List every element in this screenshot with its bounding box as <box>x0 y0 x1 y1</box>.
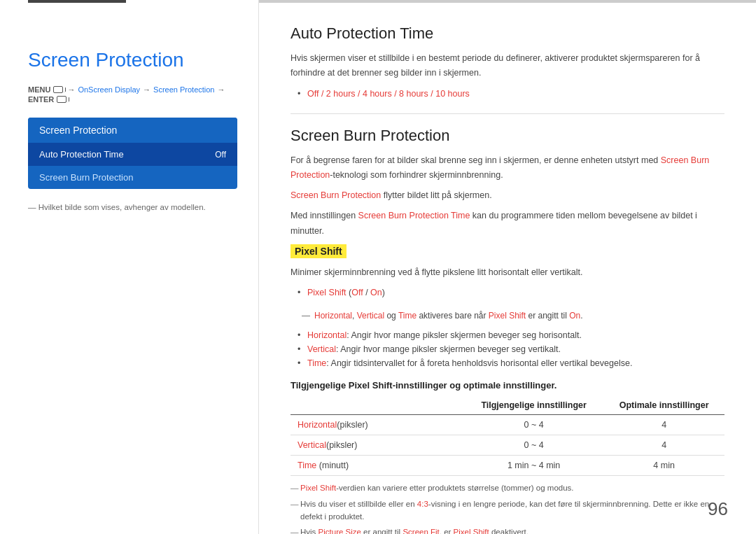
section2-link2: Screen Burn Protection <box>290 190 381 200</box>
page-container: Screen Protection MENU → OnScreen Displa… <box>0 0 756 534</box>
row3-optimal: 4 min <box>603 456 724 476</box>
footnote3-link3: Pixel Shift <box>454 528 489 534</box>
nav-item-screen-burn-label: Screen Burn Protection <box>39 172 133 183</box>
section-divider <box>290 113 724 114</box>
footnote3-link1: Picture Size <box>318 528 361 534</box>
menu-arrow3: → <box>217 85 225 94</box>
nav-item-screen-burn[interactable]: Screen Burn Protection <box>28 166 237 189</box>
footnote1: Pixel Shift-verdien kan variere etter pr… <box>290 482 724 494</box>
top-line-decoration <box>28 0 126 3</box>
section1-options-list: Off / 2 hours / 4 hours / 8 hours / 10 h… <box>298 87 724 101</box>
table-header: Tilgjengelige Pixel Shift-innstillinger … <box>290 380 724 391</box>
section1-desc: Hvis skjermen viser et stillbilde i en b… <box>290 51 724 81</box>
sub1-on: On <box>569 311 580 321</box>
bullet2-horizontal: Horizontal <box>307 330 346 340</box>
pixel-shift-highlight: Pixel Shift <box>290 244 346 258</box>
pixel-shift-on: On <box>370 288 382 297</box>
pixel-shift-label: Pixel Shift <box>307 288 346 297</box>
menu-item-onscreen: OnScreen Display <box>78 85 140 94</box>
page-title: Screen Protection <box>28 49 237 71</box>
menu-enter-icon <box>57 96 66 103</box>
table-header-row: Tilgjengelige innstillinger Optimale inn… <box>290 396 724 415</box>
col1-header <box>290 396 464 415</box>
row3-label-link: Time <box>298 461 316 470</box>
pixel-table: Tilgjengelige innstillinger Optimale inn… <box>290 396 724 476</box>
section2-desc1: For å begrense faren for at bilder skal … <box>290 153 724 183</box>
row2-optimal: 4 <box>603 435 724 456</box>
pixel-shift-item1: Pixel Shift (Off / On) <box>298 286 724 300</box>
menu-keyword: MENU <box>28 85 50 94</box>
section2-title: Screen Burn Protection <box>290 127 724 145</box>
nav-item-auto-protection[interactable]: Auto Protection Time Off <box>28 143 237 166</box>
pixel-shift-item2: Horizontal: Angir hvor mange piksler skj… <box>298 328 724 342</box>
row1-label-link: Horizontal <box>298 420 337 430</box>
pixel-shift-list: Pixel Shift (Off / On) <box>298 286 724 300</box>
row2-label-link: Vertical <box>298 440 326 450</box>
pixel-table-section: Tilgjengelige Pixel Shift-innstillinger … <box>290 380 724 534</box>
section2-desc3: Med innstillingen Screen Burn Protection… <box>290 209 724 239</box>
section2-link3: Screen Burn Protection Time <box>358 211 470 220</box>
left-note: Hvilket bilde som vises, avhenger av mod… <box>28 203 237 211</box>
section1-options-text: Off / 2 hours / 4 hours / 8 hours / 10 h… <box>307 89 470 99</box>
menu-enter: ENTER <box>28 95 54 104</box>
row1-range: 0 ~ 4 <box>464 415 603 435</box>
section1-title: Auto Protection Time <box>290 24 724 43</box>
row2-range: 0 ~ 4 <box>464 435 603 456</box>
row3-range: 1 min ~ 4 min <box>464 456 603 476</box>
left-panel: Screen Protection MENU → OnScreen Displa… <box>0 0 259 534</box>
row2-label: Vertical(piksler) <box>290 435 464 456</box>
footnotes: Pixel Shift-verdien kan variere etter pr… <box>290 482 724 534</box>
section2-desc2: Screen Burn Protection flytter bildet li… <box>290 188 724 203</box>
footnote2: Hvis du viser et stillbilde eller en 4:3… <box>290 498 724 524</box>
page-number: 96 <box>708 498 728 520</box>
row3-label: Time (minutt) <box>290 456 464 476</box>
pixel-shift-sub-list: Horizontal, Vertical og Time aktiveres b… <box>302 309 724 323</box>
pixel-shift-item4: Time: Angir tidsintervallet for å foreta… <box>298 356 724 370</box>
right-top-line <box>259 0 756 3</box>
nav-item-auto-protection-label: Auto Protection Time <box>39 149 124 160</box>
footnote3-link2: Screen Fit <box>402 528 439 534</box>
section1-options-item: Off / 2 hours / 4 hours / 8 hours / 10 h… <box>298 87 724 101</box>
footnote1-link: Pixel Shift <box>300 484 336 492</box>
pixel-shift-sub1: Horizontal, Vertical og Time aktiveres b… <box>302 309 724 323</box>
table-row-time: Time (minutt) 1 min ~ 4 min 4 min <box>290 456 724 476</box>
sub1-vertical: Vertical <box>357 311 384 321</box>
right-panel: Auto Protection Time Hvis skjermen viser… <box>259 0 756 534</box>
pixel-shift-item3: Vertical: Angir hvor mange piksler skjer… <box>298 342 724 356</box>
table-row-vertical: Vertical(piksler) 0 ~ 4 4 <box>290 435 724 456</box>
sub1-pixel-shift: Pixel Shift <box>489 311 526 321</box>
pixel-shift-off: Off <box>351 288 363 297</box>
sub1-horizontal: Horizontal <box>314 311 352 321</box>
col3-header: Optimale innstillinger <box>603 396 724 415</box>
nav-item-auto-protection-value: Off <box>215 150 226 160</box>
section2-link1: Screen Burn Protection <box>290 155 709 180</box>
menu-arrow2: → <box>143 85 150 94</box>
pixel-shift-list2: Horizontal: Angir hvor mange piksler skj… <box>298 328 724 370</box>
row1-optimal: 4 <box>603 415 724 435</box>
nav-box-title: Screen Protection <box>28 118 237 143</box>
sub1-time: Time <box>398 311 416 321</box>
table-row-horizontal: Horizontal(piksler) 0 ~ 4 4 <box>290 415 724 435</box>
footnote2-link: 4:3 <box>417 500 428 508</box>
menu-icon <box>53 86 63 93</box>
menu-path: MENU → OnScreen Display → Screen Protect… <box>28 85 237 104</box>
row1-label: Horizontal(piksler) <box>290 415 464 435</box>
bullet3-vertical: Vertical <box>307 344 336 354</box>
nav-box: Screen Protection Auto Protection Time O… <box>28 118 237 189</box>
menu-item-screen: Screen Protection <box>153 85 214 94</box>
bullet4-time: Time <box>307 358 326 368</box>
footnote3: Hvis Picture Size er angitt til Screen F… <box>290 526 724 534</box>
col2-header: Tilgjengelige innstillinger <box>464 396 603 415</box>
pixel-shift-desc: Minimer skjerminnbrenning ved å flytte p… <box>290 265 724 280</box>
menu-arrow1: → <box>67 85 75 94</box>
